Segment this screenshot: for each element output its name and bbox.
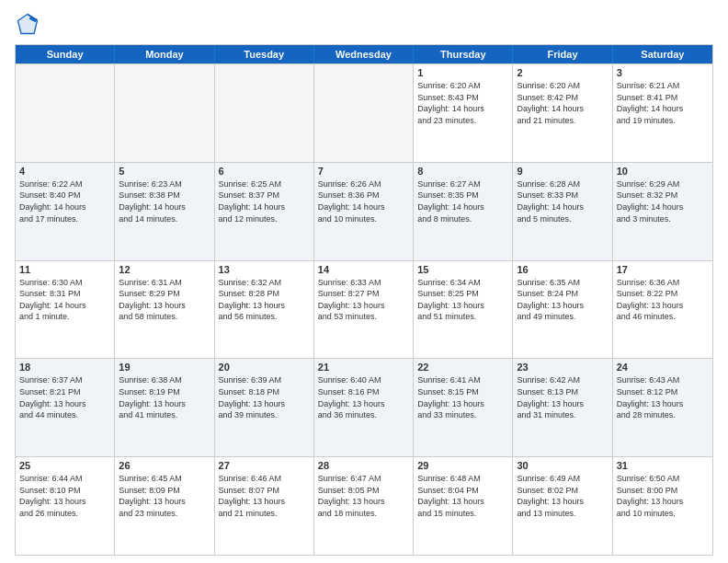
weekday-header: Thursday	[414, 45, 513, 63]
page: SundayMondayTuesdayWednesdayThursdayFrid…	[0, 0, 728, 563]
day-number: 22	[417, 362, 508, 373]
day-info: Sunrise: 6:35 AM Sunset: 8:24 PM Dayligh…	[517, 277, 608, 323]
day-info: Sunrise: 6:50 AM Sunset: 8:00 PM Dayligh…	[617, 473, 709, 519]
day-info: Sunrise: 6:48 AM Sunset: 8:04 PM Dayligh…	[417, 473, 508, 519]
day-info: Sunrise: 6:38 AM Sunset: 8:19 PM Dayligh…	[119, 374, 210, 420]
day-number: 15	[417, 264, 508, 275]
calendar-cell: 10Sunrise: 6:29 AM Sunset: 8:32 PM Dayli…	[613, 163, 712, 260]
calendar-cell: 9Sunrise: 6:28 AM Sunset: 8:33 PM Daylig…	[513, 163, 612, 260]
calendar-cell: 16Sunrise: 6:35 AM Sunset: 8:24 PM Dayli…	[513, 261, 612, 359]
calendar-cell: 7Sunrise: 6:26 AM Sunset: 8:36 PM Daylig…	[314, 163, 414, 260]
calendar-row: 11Sunrise: 6:30 AM Sunset: 8:31 PM Dayli…	[16, 260, 712, 359]
day-number: 13	[219, 264, 310, 275]
day-info: Sunrise: 6:42 AM Sunset: 8:13 PM Dayligh…	[517, 374, 608, 420]
day-number: 31	[617, 460, 709, 471]
calendar-cell: 29Sunrise: 6:48 AM Sunset: 8:04 PM Dayli…	[414, 457, 513, 555]
calendar-cell: 12Sunrise: 6:31 AM Sunset: 8:29 PM Dayli…	[115, 261, 214, 359]
weekday-header: Saturday	[613, 45, 712, 63]
calendar-cell: 17Sunrise: 6:36 AM Sunset: 8:22 PM Dayli…	[613, 261, 712, 359]
day-info: Sunrise: 6:36 AM Sunset: 8:22 PM Dayligh…	[617, 277, 709, 323]
calendar-row: 18Sunrise: 6:37 AM Sunset: 8:21 PM Dayli…	[16, 358, 712, 456]
weekday-header: Monday	[115, 45, 214, 63]
day-number: 20	[219, 362, 310, 373]
weekday-header: Sunday	[16, 45, 115, 63]
day-number: 25	[19, 460, 110, 471]
day-number: 29	[417, 460, 508, 471]
header	[15, 11, 713, 37]
day-info: Sunrise: 6:45 AM Sunset: 8:09 PM Dayligh…	[119, 473, 210, 519]
calendar-cell: 24Sunrise: 6:43 AM Sunset: 8:12 PM Dayli…	[613, 359, 712, 456]
calendar-row: 1Sunrise: 6:20 AM Sunset: 8:43 PM Daylig…	[16, 63, 712, 162]
day-number: 10	[617, 166, 709, 177]
day-number: 7	[318, 166, 409, 177]
calendar-cell: 3Sunrise: 6:21 AM Sunset: 8:41 PM Daylig…	[613, 64, 712, 162]
day-number: 11	[19, 264, 110, 275]
calendar-cell: 27Sunrise: 6:46 AM Sunset: 8:07 PM Dayli…	[215, 457, 314, 555]
calendar-cell: 25Sunrise: 6:44 AM Sunset: 8:10 PM Dayli…	[16, 457, 115, 555]
calendar-cell: 31Sunrise: 6:50 AM Sunset: 8:00 PM Dayli…	[613, 457, 712, 555]
day-info: Sunrise: 6:41 AM Sunset: 8:15 PM Dayligh…	[417, 374, 508, 420]
logo-icon	[15, 11, 40, 37]
day-number: 17	[617, 264, 709, 275]
day-number: 6	[219, 166, 310, 177]
calendar-cell: 2Sunrise: 6:20 AM Sunset: 8:42 PM Daylig…	[513, 64, 612, 162]
calendar-cell	[215, 64, 314, 162]
day-info: Sunrise: 6:44 AM Sunset: 8:10 PM Dayligh…	[19, 473, 110, 519]
day-number: 3	[617, 67, 709, 78]
day-number: 4	[19, 166, 110, 177]
day-info: Sunrise: 6:29 AM Sunset: 8:32 PM Dayligh…	[617, 178, 709, 224]
weekday-header: Wednesday	[314, 45, 414, 63]
calendar-cell: 30Sunrise: 6:49 AM Sunset: 8:02 PM Dayli…	[513, 457, 612, 555]
calendar-cell: 20Sunrise: 6:39 AM Sunset: 8:18 PM Dayli…	[215, 359, 314, 456]
calendar-header: SundayMondayTuesdayWednesdayThursdayFrid…	[16, 45, 712, 63]
day-info: Sunrise: 6:22 AM Sunset: 8:40 PM Dayligh…	[19, 178, 110, 224]
day-number: 30	[517, 460, 608, 471]
day-info: Sunrise: 6:46 AM Sunset: 8:07 PM Dayligh…	[219, 473, 310, 519]
day-info: Sunrise: 6:30 AM Sunset: 8:31 PM Dayligh…	[19, 277, 110, 323]
day-info: Sunrise: 6:47 AM Sunset: 8:05 PM Dayligh…	[318, 473, 409, 519]
day-info: Sunrise: 6:40 AM Sunset: 8:16 PM Dayligh…	[318, 374, 409, 420]
day-number: 27	[219, 460, 310, 471]
day-number: 16	[517, 264, 608, 275]
calendar-cell: 23Sunrise: 6:42 AM Sunset: 8:13 PM Dayli…	[513, 359, 612, 456]
calendar-cell: 28Sunrise: 6:47 AM Sunset: 8:05 PM Dayli…	[314, 457, 414, 555]
day-number: 26	[119, 460, 210, 471]
day-info: Sunrise: 6:34 AM Sunset: 8:25 PM Dayligh…	[417, 277, 508, 323]
day-number: 8	[417, 166, 508, 177]
logo	[15, 11, 44, 37]
day-info: Sunrise: 6:31 AM Sunset: 8:29 PM Dayligh…	[119, 277, 210, 323]
day-number: 28	[318, 460, 409, 471]
day-info: Sunrise: 6:25 AM Sunset: 8:37 PM Dayligh…	[219, 178, 310, 224]
calendar-row: 25Sunrise: 6:44 AM Sunset: 8:10 PM Dayli…	[16, 456, 712, 555]
day-info: Sunrise: 6:49 AM Sunset: 8:02 PM Dayligh…	[517, 473, 608, 519]
calendar-cell: 22Sunrise: 6:41 AM Sunset: 8:15 PM Dayli…	[414, 359, 513, 456]
weekday-header: Tuesday	[215, 45, 314, 63]
calendar-body: 1Sunrise: 6:20 AM Sunset: 8:43 PM Daylig…	[16, 63, 712, 555]
calendar-cell	[314, 64, 414, 162]
day-number: 19	[119, 362, 210, 373]
day-number: 9	[517, 166, 608, 177]
day-info: Sunrise: 6:32 AM Sunset: 8:28 PM Dayligh…	[219, 277, 310, 323]
calendar-cell: 14Sunrise: 6:33 AM Sunset: 8:27 PM Dayli…	[314, 261, 414, 359]
weekday-header: Friday	[513, 45, 612, 63]
calendar-cell: 1Sunrise: 6:20 AM Sunset: 8:43 PM Daylig…	[414, 64, 513, 162]
calendar-row: 4Sunrise: 6:22 AM Sunset: 8:40 PM Daylig…	[16, 162, 712, 260]
day-info: Sunrise: 6:26 AM Sunset: 8:36 PM Dayligh…	[318, 178, 409, 224]
calendar: SundayMondayTuesdayWednesdayThursdayFrid…	[15, 44, 713, 556]
calendar-cell: 19Sunrise: 6:38 AM Sunset: 8:19 PM Dayli…	[115, 359, 214, 456]
day-number: 12	[119, 264, 210, 275]
calendar-cell: 8Sunrise: 6:27 AM Sunset: 8:35 PM Daylig…	[414, 163, 513, 260]
calendar-cell	[16, 64, 115, 162]
calendar-cell: 4Sunrise: 6:22 AM Sunset: 8:40 PM Daylig…	[16, 163, 115, 260]
day-info: Sunrise: 6:43 AM Sunset: 8:12 PM Dayligh…	[617, 374, 709, 420]
day-info: Sunrise: 6:28 AM Sunset: 8:33 PM Dayligh…	[517, 178, 608, 224]
day-number: 2	[517, 67, 608, 78]
day-number: 24	[617, 362, 709, 373]
day-info: Sunrise: 6:27 AM Sunset: 8:35 PM Dayligh…	[417, 178, 508, 224]
day-info: Sunrise: 6:20 AM Sunset: 8:43 PM Dayligh…	[417, 80, 508, 126]
calendar-cell: 18Sunrise: 6:37 AM Sunset: 8:21 PM Dayli…	[16, 359, 115, 456]
calendar-cell: 6Sunrise: 6:25 AM Sunset: 8:37 PM Daylig…	[215, 163, 314, 260]
calendar-cell: 13Sunrise: 6:32 AM Sunset: 8:28 PM Dayli…	[215, 261, 314, 359]
calendar-cell	[115, 64, 214, 162]
day-info: Sunrise: 6:20 AM Sunset: 8:42 PM Dayligh…	[517, 80, 608, 126]
